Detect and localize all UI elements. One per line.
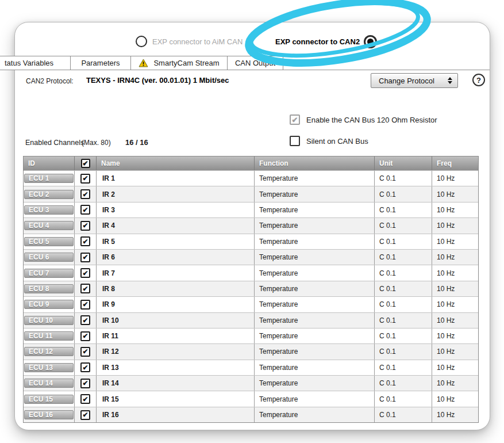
row-id-badge[interactable]: ECU 8 <box>24 284 74 293</box>
row-id-badge[interactable]: ECU 5 <box>24 237 74 246</box>
tab-label: tatus Variables <box>5 59 53 67</box>
row-id-badge[interactable]: ECU 6 <box>24 253 74 262</box>
radio-exp-aim-can[interactable]: EXP connector to AiM CAN <box>136 36 243 47</box>
row-checkbox-cell <box>75 391 97 406</box>
table-row: ECU 12IR 12TemperatureC 0.110 Hz <box>24 343 478 359</box>
row-checkbox[interactable] <box>80 284 90 293</box>
tab-parameters[interactable]: Parameters <box>71 56 131 70</box>
resistor-checkbox[interactable] <box>290 114 300 125</box>
silent-checkbox[interactable] <box>290 136 300 146</box>
row-unit: C 0.1 <box>375 171 432 186</box>
row-function: Temperature <box>255 297 375 312</box>
row-function: Temperature <box>255 265 375 280</box>
row-freq: 10 Hz <box>432 329 478 343</box>
row-checkbox-cell <box>75 234 97 249</box>
row-id-badge[interactable]: ECU 12 <box>24 347 74 356</box>
row-id-cell: ECU 4 <box>24 218 75 233</box>
row-id-badge[interactable]: ECU 14 <box>24 379 74 388</box>
can2-protocol-label: CAN2 Protocol: <box>26 77 74 85</box>
row-function: Temperature <box>255 313 375 328</box>
resistor-label: Enable the CAN Bus 120 Ohm Resistor <box>306 116 437 124</box>
radio-circle-icon[interactable] <box>136 36 147 47</box>
row-name: IR 12 <box>97 344 255 359</box>
row-freq: 10 Hz <box>432 391 478 406</box>
row-checkbox[interactable] <box>80 205 90 215</box>
row-checkbox[interactable] <box>80 410 90 420</box>
row-unit: C 0.1 <box>375 234 432 249</box>
row-id-cell: ECU 10 <box>24 313 75 328</box>
enabled-channels-max: (Max. 80) <box>82 139 111 147</box>
row-id-badge[interactable]: ECU 9 <box>24 300 74 309</box>
row-name: IR 14 <box>97 376 255 391</box>
row-checkbox[interactable] <box>80 189 90 199</box>
row-name: IR 15 <box>97 391 255 406</box>
row-checkbox[interactable] <box>80 379 90 388</box>
option-120ohm-resistor: Enable the CAN Bus 120 Ohm Resistor <box>290 114 437 125</box>
channels-table: ID Name Function Unit Freq ECU 1IR 1Temp… <box>23 156 479 423</box>
row-unit: C 0.1 <box>375 297 432 312</box>
row-unit: C 0.1 <box>375 407 432 422</box>
row-id-cell: ECU 5 <box>24 234 75 249</box>
radio-circle-icon[interactable] <box>364 35 377 48</box>
row-name: IR 10 <box>97 313 255 328</box>
change-protocol-button[interactable]: Change Protocol <box>371 73 458 88</box>
row-function: Temperature <box>255 360 375 375</box>
row-checkbox[interactable] <box>80 174 90 184</box>
help-label: ? <box>476 76 481 85</box>
row-checkbox-cell <box>75 360 97 375</box>
row-checkbox-cell <box>75 344 97 359</box>
row-function: Temperature <box>255 281 375 296</box>
row-freq: 10 Hz <box>432 297 478 312</box>
tab-label: CAN Output <box>235 59 275 67</box>
tab-status-variables[interactable]: tatus Variables <box>0 56 71 70</box>
table-row: ECU 4IR 4TemperatureC 0.110 Hz <box>24 217 478 233</box>
row-checkbox-cell <box>75 313 97 328</box>
row-id-badge[interactable]: ECU 10 <box>24 316 74 325</box>
row-checkbox-cell <box>75 329 97 343</box>
radio-exp-can2[interactable]: EXP connector to CAN2 <box>275 35 377 48</box>
row-freq: 10 Hz <box>432 250 478 265</box>
row-id-badge[interactable]: ECU 7 <box>24 269 74 278</box>
row-checkbox[interactable] <box>80 347 90 357</box>
row-id-badge[interactable]: ECU 15 <box>24 395 74 404</box>
row-unit: C 0.1 <box>375 313 432 328</box>
row-id-badge[interactable]: ECU 16 <box>24 410 74 419</box>
tab-can-output[interactable]: CAN Output <box>228 56 283 70</box>
select-all-checkbox[interactable] <box>81 159 90 168</box>
table-row: ECU 15IR 15TemperatureC 0.110 Hz <box>24 391 478 406</box>
row-id-badge[interactable]: ECU 2 <box>24 190 74 199</box>
row-id-badge[interactable]: ECU 11 <box>24 331 74 341</box>
row-id-cell: ECU 1 <box>24 171 75 186</box>
header-function: Function <box>255 156 375 170</box>
row-id-badge[interactable]: ECU 3 <box>24 205 74 215</box>
row-checkbox[interactable] <box>80 315 90 325</box>
tab-bar: tatus Variables Parameters SmartyCam Str… <box>0 56 490 70</box>
row-checkbox[interactable] <box>80 300 90 310</box>
help-button[interactable]: ? <box>472 74 485 86</box>
row-checkbox[interactable] <box>80 331 90 341</box>
row-id-cell: ECU 8 <box>24 281 75 296</box>
row-unit: C 0.1 <box>375 329 432 343</box>
row-freq: 10 Hz <box>432 234 478 249</box>
table-row: ECU 9IR 9TemperatureC 0.110 Hz <box>24 296 478 312</box>
can2-protocol-value: TEXYS - IRN4C (ver. 00.01.01) 1 Mbit/sec <box>86 76 229 85</box>
row-checkbox[interactable] <box>80 394 90 404</box>
row-checkbox[interactable] <box>80 253 90 262</box>
row-id-badge[interactable]: ECU 1 <box>24 174 74 183</box>
row-unit: C 0.1 <box>375 344 432 359</box>
row-checkbox-cell <box>75 281 97 296</box>
row-freq: 10 Hz <box>432 407 478 422</box>
row-id-badge[interactable]: ECU 4 <box>24 221 74 230</box>
row-checkbox[interactable] <box>80 362 90 372</box>
tab-smartycam-stream[interactable]: SmartyCam Stream <box>131 56 228 70</box>
table-row: ECU 10IR 10TemperatureC 0.110 Hz <box>24 312 478 328</box>
row-checkbox[interactable] <box>80 268 90 278</box>
table-row: ECU 16IR 16TemperatureC 0.110 Hz <box>24 407 478 422</box>
row-id-cell: ECU 14 <box>24 376 75 391</box>
row-id-badge[interactable]: ECU 13 <box>24 363 74 372</box>
row-id-cell: ECU 15 <box>24 391 75 406</box>
header-id: ID <box>24 156 75 170</box>
row-checkbox[interactable] <box>80 236 90 246</box>
row-name: IR 1 <box>97 171 255 186</box>
row-checkbox[interactable] <box>80 221 90 231</box>
